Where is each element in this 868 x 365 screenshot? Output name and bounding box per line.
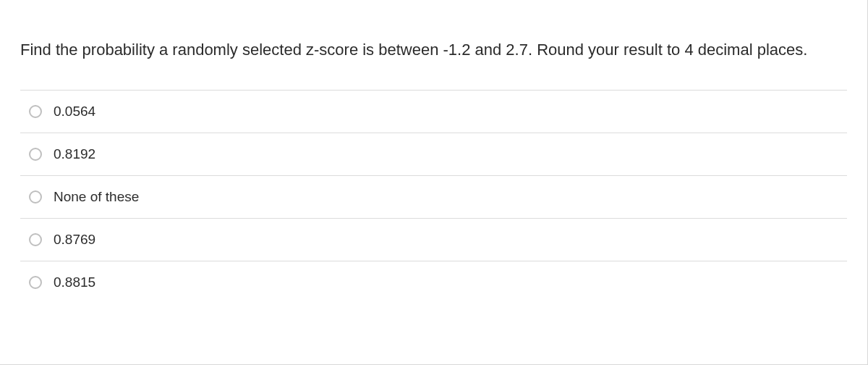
options-list: 0.0564 0.8192 None of these 0.8769 0.881… (20, 90, 847, 303)
option-label: 0.8192 (54, 146, 95, 162)
option-row[interactable]: 0.8815 (20, 261, 847, 303)
radio-icon (29, 276, 42, 289)
question-text: Find the probability a randomly selected… (20, 38, 847, 62)
option-label: 0.8769 (54, 232, 95, 248)
radio-icon (29, 233, 42, 246)
question-container: Find the probability a randomly selected… (0, 0, 867, 303)
option-row[interactable]: 0.8192 (20, 133, 847, 176)
radio-icon (29, 190, 42, 204)
option-row[interactable]: 0.8769 (20, 219, 847, 261)
radio-icon (29, 148, 42, 161)
option-row[interactable]: 0.0564 (20, 91, 847, 133)
option-row[interactable]: None of these (20, 176, 847, 219)
option-label: None of these (54, 189, 139, 205)
option-label: 0.8815 (54, 274, 95, 290)
radio-icon (29, 105, 42, 118)
option-label: 0.0564 (54, 104, 95, 119)
